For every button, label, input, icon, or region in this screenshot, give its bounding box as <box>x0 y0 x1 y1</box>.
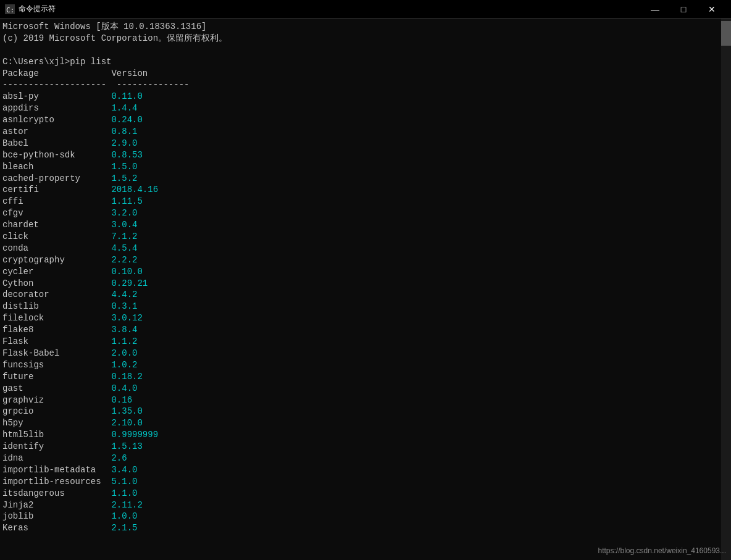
pkg-version: 1.1.0 <box>106 488 137 498</box>
pkg-name: h5py <box>2 418 106 428</box>
pkg-version: 0.18.2 <box>106 372 143 382</box>
pkg-version: 7.1.2 <box>106 232 137 241</box>
pkg-name: itsdangerous <box>2 488 106 498</box>
pkg-version: 1.0.2 <box>106 360 137 370</box>
pkg-version: 3.8.4 <box>106 325 137 335</box>
pkg-name: future <box>2 372 106 382</box>
watermark: https://blog.csdn.net/weixin_4160593... <box>598 546 726 555</box>
pkg-name: decorator <box>2 290 106 299</box>
pkg-version: 1.11.5 <box>106 196 143 206</box>
pkg-version: 0.9999999 <box>106 430 158 440</box>
pkg-name: appdirs <box>2 103 106 113</box>
pkg-name: grpcio <box>2 406 106 416</box>
pkg-version: 2.6 <box>106 453 127 463</box>
header-line: C:\Users\xjl>pip list <box>2 57 111 67</box>
pkg-version: 2.11.2 <box>106 500 143 510</box>
pkg-name: filelock <box>2 313 106 323</box>
pkg-version: 5.1.0 <box>106 477 137 487</box>
pkg-name: Flask-Babel <box>2 348 106 358</box>
pkg-name: Jinja2 <box>2 500 106 510</box>
pkg-version: 3.0.12 <box>106 313 143 323</box>
title-bar: C: 命令提示符 — □ ✕ <box>0 0 731 19</box>
window-controls: — □ ✕ <box>641 0 726 19</box>
scrollbar-thumb[interactable] <box>721 21 731 46</box>
pkg-version: 1.0.0 <box>106 511 137 521</box>
pkg-name: astor <box>2 127 106 136</box>
pkg-version: 2.0.0 <box>106 348 137 358</box>
pkg-name: Cython <box>2 278 106 288</box>
pkg-name: certifi <box>2 185 106 194</box>
pkg-version: 1.5.13 <box>106 441 143 451</box>
close-button[interactable]: ✕ <box>698 0 726 19</box>
pkg-name: graphviz <box>2 395 106 405</box>
pkg-name: bce-python-sdk <box>2 150 106 160</box>
col-header-package: Package <box>2 69 106 78</box>
pkg-version: 1.4.4 <box>106 103 137 113</box>
pkg-name: distlib <box>2 301 106 311</box>
pkg-version: 2.2.2 <box>106 255 137 265</box>
pkg-version: 1.5.2 <box>106 173 137 183</box>
col-separator: -------------------- -------------- <box>2 80 189 90</box>
pkg-name: importlib-resources <box>2 477 106 487</box>
pkg-name: absl-py <box>2 91 106 101</box>
pkg-version: 3.4.0 <box>106 465 137 475</box>
pkg-version: 0.24.0 <box>106 115 143 125</box>
pkg-version: 2.10.0 <box>106 418 143 428</box>
pkg-version: 4.5.4 <box>106 243 137 253</box>
pkg-version: 2.1.5 <box>106 523 137 533</box>
pkg-name: asnlcrypto <box>2 115 106 125</box>
pkg-version: 0.8.53 <box>106 150 143 160</box>
pkg-name: importlib-metadata <box>2 465 106 475</box>
pkg-version: 1.5.0 <box>106 162 137 172</box>
pkg-name: joblib <box>2 511 106 521</box>
pkg-version: 0.16 <box>106 395 132 405</box>
console-area: Microsoft Windows [版本 10.0.18363.1316] (… <box>0 19 731 560</box>
pkg-name: idna <box>2 453 106 463</box>
pkg-name: cfgv <box>2 208 106 218</box>
pkg-version: 0.29.21 <box>106 278 148 288</box>
pkg-version: 0.11.0 <box>106 91 143 101</box>
cmd-window: C: 命令提示符 — □ ✕ Microsoft Windows [版本 10.… <box>0 0 731 560</box>
pkg-version: 3.2.0 <box>106 208 137 218</box>
cmd-icon: C: <box>5 4 15 14</box>
window-title: 命令提示符 <box>19 4 641 14</box>
pkg-name: cryptography <box>2 255 106 265</box>
scrollbar[interactable] <box>721 19 731 560</box>
pkg-version: 0.10.0 <box>106 267 143 277</box>
pkg-version: 0.3.1 <box>106 301 137 311</box>
pkg-name: html5lib <box>2 430 106 440</box>
pkg-version: 2018.4.16 <box>106 185 158 194</box>
maximize-button[interactable]: □ <box>669 0 698 19</box>
pkg-version: 2.9.0 <box>106 138 137 148</box>
pkg-version: 1.35.0 <box>106 406 143 416</box>
pkg-name: Babel <box>2 138 106 148</box>
pkg-name: chardet <box>2 220 106 230</box>
svg-text:C:: C: <box>6 6 14 14</box>
pkg-name: cached-property <box>2 173 106 183</box>
pkg-name: identify <box>2 441 106 451</box>
minimize-button[interactable]: — <box>641 0 669 19</box>
pkg-name: flake8 <box>2 325 106 335</box>
pkg-name: Flask <box>2 336 106 346</box>
header-line: (c) 2019 Microsoft Corporation。保留所有权利。 <box>2 33 227 43</box>
pkg-version: 1.1.2 <box>106 336 137 346</box>
pkg-name: click <box>2 232 106 241</box>
header-line: Microsoft Windows [版本 10.0.18363.1316] <box>2 22 206 31</box>
pkg-name: cycler <box>2 267 106 277</box>
pkg-name: Keras <box>2 523 106 533</box>
pkg-name: bleach <box>2 162 106 172</box>
pkg-name: conda <box>2 243 106 253</box>
pkg-name: funcsigs <box>2 360 106 370</box>
pkg-name: gast <box>2 383 106 393</box>
pkg-version: 3.0.4 <box>106 220 137 230</box>
pkg-name: cffi <box>2 196 106 206</box>
pkg-version: 0.4.0 <box>106 383 137 393</box>
pkg-version: 0.8.1 <box>106 127 137 136</box>
pkg-version: 4.4.2 <box>106 290 137 299</box>
col-header-version: Version <box>106 69 148 78</box>
console-output[interactable]: Microsoft Windows [版本 10.0.18363.1316] (… <box>0 19 721 560</box>
